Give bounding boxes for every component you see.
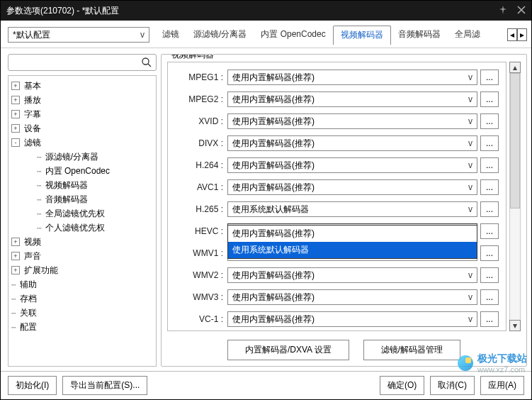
label: H.264 : [175, 160, 223, 170]
chevron-down-icon: v [468, 270, 472, 280]
pin-icon[interactable] [499, 6, 507, 16]
combo-mpeg2[interactable]: 使用内置解码器(推荐)v [227, 91, 477, 107]
tree-node-subtitle[interactable]: +字幕 [11, 107, 153, 121]
more-button[interactable]: ... [480, 201, 499, 217]
chevron-down-icon: v [140, 30, 145, 40]
more-button[interactable]: ... [480, 179, 499, 195]
filter-manage-button[interactable]: 滤镜/解码器管理 [363, 340, 460, 360]
dropdown-option-builtin[interactable]: 使用内置解码器(推荐) [228, 226, 477, 242]
expand-icon[interactable]: + [11, 124, 20, 133]
search-input[interactable] [8, 54, 157, 71]
label: H.265 : [175, 204, 223, 214]
tree-node-video-decoder[interactable]: ⋯视频解码器 [31, 178, 153, 192]
tree-node-filter[interactable]: -滤镜 [11, 135, 153, 150]
search-wrap [8, 54, 157, 71]
dxva-settings-button[interactable]: 内置解码器/DXVA 设置 [227, 340, 349, 360]
tab-source-filter[interactable]: 源滤镜/分离器 [186, 26, 254, 45]
label: WMV3 : [175, 292, 223, 302]
more-button[interactable]: ... [480, 245, 499, 261]
svg-point-0 [142, 58, 149, 65]
ok-button[interactable]: 确定(O) [380, 376, 424, 395]
svg-line-1 [148, 64, 151, 67]
expand-icon[interactable]: + [11, 110, 20, 118]
more-button[interactable]: ... [480, 157, 499, 173]
more-button[interactable]: ... [480, 311, 499, 327]
tree-node-source-filter[interactable]: ⋯源滤镜/分离器 [31, 150, 153, 164]
tree-node-play[interactable]: +播放 [11, 93, 153, 107]
combo-vc1[interactable]: 使用内置解码器(推荐)v [227, 311, 477, 327]
export-button[interactable]: 导出当前配置(S)... [62, 376, 147, 395]
chevron-down-icon: v [468, 292, 472, 302]
combo-mpeg1[interactable]: 使用内置解码器(推荐)v [227, 70, 477, 85]
scroll-down-icon[interactable]: ▾ [509, 320, 521, 331]
profile-value: *默认配置 [13, 29, 50, 41]
decoder-group: 视频解码器 MPEG1 :使用内置解码器(推荐)v... MPEG2 :使用内置… [161, 54, 527, 367]
combo-h265[interactable]: 使用系统默认解码器v [227, 201, 477, 217]
tab-global[interactable]: 全局滤 [448, 26, 487, 45]
row-wmv2: WMV2 :使用内置解码器(推荐)v... [175, 267, 499, 283]
cancel-button[interactable]: 取消(C) [430, 376, 475, 395]
window-controls [499, 6, 526, 16]
tree-node-opencodec[interactable]: ⋯内置 OpenCodec [31, 164, 153, 178]
more-button[interactable]: ... [480, 223, 499, 239]
tab-scroll-right[interactable]: ▸ [517, 28, 527, 41]
tree-node-config[interactable]: ⋯配置 [11, 320, 153, 334]
combo-wmv3[interactable]: 使用内置解码器(推荐)v [227, 289, 477, 305]
label: DIVX : [175, 138, 223, 148]
more-button[interactable]: ... [480, 267, 499, 283]
apply-button[interactable]: 应用(A) [480, 376, 524, 395]
nav-tree[interactable]: +基本 +播放 +字幕 +设备 -滤镜 ⋯源滤镜/分离器 ⋯内置 OpenCod… [8, 75, 157, 367]
scroll-up-icon[interactable]: ▴ [509, 62, 521, 73]
combo-avc1[interactable]: 使用内置解码器(推荐)v [227, 179, 477, 195]
tree-node-basic[interactable]: +基本 [11, 79, 153, 93]
tree-node-assoc[interactable]: ⋯关联 [11, 306, 153, 320]
tree-node-video[interactable]: +视频 [11, 235, 153, 249]
more-button[interactable]: ... [480, 91, 499, 107]
profile-select[interactable]: *默认配置 v [8, 27, 149, 43]
row-h264: H.264 :使用内置解码器(推荐)v... [175, 157, 499, 173]
more-button[interactable]: ... [480, 135, 499, 151]
more-button[interactable]: ... [480, 70, 499, 85]
combo-h264[interactable]: 使用内置解码器(推荐)v [227, 157, 477, 173]
row-avc1: AVC1 :使用内置解码器(推荐)v... [175, 179, 499, 195]
tree-node-assist[interactable]: ⋯辅助 [11, 277, 153, 291]
label: WMV2 : [175, 270, 223, 280]
close-icon[interactable] [517, 6, 526, 16]
decoder-list: MPEG1 :使用内置解码器(推荐)v... MPEG2 :使用内置解码器(推荐… [167, 62, 506, 331]
tree-node-sound[interactable]: +声音 [11, 249, 153, 263]
combo-divx[interactable]: 使用内置解码器(推荐)v [227, 135, 477, 151]
tab-opencodec[interactable]: 内置 OpenCodec [254, 26, 332, 45]
chevron-down-icon: v [468, 116, 472, 126]
more-button[interactable]: ... [480, 113, 499, 129]
collapse-icon[interactable]: - [11, 138, 20, 147]
tree-node-personal-filter[interactable]: ⋯个人滤镜优先权 [31, 221, 153, 235]
expand-icon[interactable]: + [11, 238, 20, 246]
tree-node-ext[interactable]: +扩展功能 [11, 263, 153, 277]
tab-filter[interactable]: 滤镜 [155, 26, 186, 45]
combo-dropdown[interactable]: 使用内置解码器(推荐) 使用系统默认解码器 [227, 225, 477, 259]
expand-icon[interactable]: + [11, 266, 20, 274]
tree-node-audio-decoder[interactable]: ⋯音频解码器 [31, 192, 153, 206]
tab-video-decoder[interactable]: 视频解码器 [333, 26, 391, 45]
expand-icon[interactable]: + [11, 252, 20, 260]
more-button[interactable]: ... [480, 289, 499, 305]
expand-icon[interactable]: + [11, 96, 20, 104]
scroll-track[interactable] [509, 73, 521, 320]
tree-node-global-filter[interactable]: ⋯全局滤镜优先权 [31, 206, 153, 221]
dropdown-option-system[interactable]: 使用系统默认解码器 [228, 242, 477, 258]
search-icon[interactable] [141, 57, 152, 70]
scrollbar[interactable]: ▴ ▾ [509, 62, 521, 331]
label: HEVC : [175, 226, 223, 236]
combo-wmv2[interactable]: 使用内置解码器(推荐)v [227, 267, 477, 283]
row-vc1: VC-1 :使用内置解码器(推荐)v... [175, 311, 499, 327]
group-title: 视频解码器 [169, 54, 217, 61]
expand-icon[interactable]: + [11, 82, 20, 90]
tree-node-device[interactable]: +设备 [11, 121, 153, 135]
tree-node-archive[interactable]: ⋯存档 [11, 291, 153, 306]
label: WMV1 : [175, 248, 223, 258]
tab-audio-decoder[interactable]: 音频解码器 [391, 26, 448, 45]
combo-xvid[interactable]: 使用内置解码器(推荐)v [227, 113, 477, 129]
init-button[interactable]: 初始化(I) [8, 376, 57, 395]
tab-scroll-left[interactable]: ◂ [507, 28, 517, 41]
scroll-thumb[interactable] [510, 73, 520, 209]
